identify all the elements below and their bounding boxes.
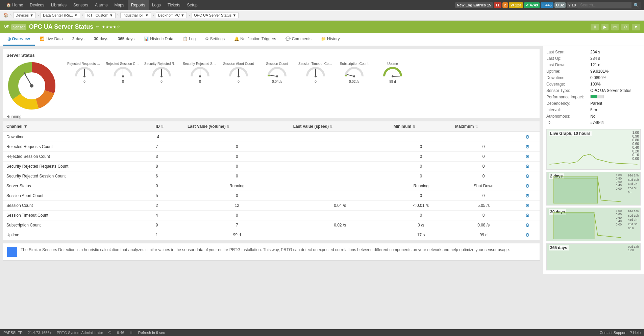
nav-alarms[interactable]: Alarms	[92, 0, 111, 10]
live-graph[interactable]: Live Graph, 10 hours 1.000.900.800.600.4…	[546, 129, 641, 170]
breadcrumb-beckhoff[interactable]: Beckhoff IPC ▼	[156, 12, 187, 18]
more-button[interactable]: ▼	[632, 24, 640, 30]
tab-30days[interactable]: 30 days	[89, 33, 113, 46]
tab-notification-triggers[interactable]: 🔔 Notification Triggers	[229, 33, 281, 46]
nav-home[interactable]: 🏠 Home	[3, 0, 26, 10]
badge-red[interactable]: 11	[494, 2, 501, 8]
col-channel[interactable]: Channel ▼	[3, 121, 152, 132]
cell-maximum: 0	[452, 142, 515, 152]
pause-button[interactable]: ⏸	[591, 24, 599, 30]
breadcrumb-datacenter[interactable]: Data Center (Re... ▼	[41, 12, 80, 18]
chart-365days[interactable]: 365 days 92d 14h1.00	[546, 243, 641, 270]
cell-link[interactable]: ⚙	[515, 211, 540, 220]
cell-last-speed	[290, 181, 390, 191]
cell-minimum: Running	[390, 181, 452, 191]
table-row: Security Rejected Requests Count 8 0 0 0…	[3, 162, 540, 171]
info-value-downtime: 0.0899%	[590, 75, 606, 80]
cell-last-vol: 0	[184, 211, 290, 220]
cell-channel: Server Status	[3, 181, 152, 191]
gauge-session-count: Session Count 0.04 /s	[258, 61, 296, 85]
nav-devices[interactable]: Devices	[26, 0, 48, 10]
gauge-label-sac: Session Abort Count	[221, 62, 256, 66]
row-link-icon[interactable]: ⚙	[525, 134, 530, 140]
badge-yellow[interactable]: W 123	[509, 2, 523, 8]
col-id[interactable]: ID ⇅	[152, 121, 184, 132]
nav-reports[interactable]: Reports	[128, 0, 149, 10]
cell-channel: Subscription Count	[3, 220, 152, 230]
badge-blue[interactable]: II 446	[541, 2, 553, 8]
tab-2days[interactable]: 2 days	[68, 33, 89, 46]
chart-30days[interactable]: 30 days 92d 14h69d 10h46d 7h23d 3h0d h 1…	[546, 208, 641, 241]
col-maximum[interactable]: Maximum ⇅	[452, 121, 515, 132]
search-input[interactable]	[577, 2, 631, 8]
cell-id: 1	[152, 230, 184, 240]
row-link-icon[interactable]: ⚙	[525, 203, 530, 208]
cell-link[interactable]: ⚙	[515, 162, 540, 171]
cell-link[interactable]: ⚙	[515, 201, 540, 211]
sensor-edit-icon[interactable]: ✏	[96, 25, 99, 29]
row-link-icon[interactable]: ⚙	[525, 154, 530, 159]
tab-overview[interactable]: ◎ Overview	[3, 33, 35, 46]
resume-button[interactable]: ▶	[601, 24, 609, 30]
col-minimum[interactable]: Minimum ⇅	[390, 121, 452, 132]
cell-link[interactable]: ⚙	[515, 181, 540, 191]
info-value-uptime: 99.9101%	[590, 69, 609, 74]
badge-gray-u[interactable]: U 32	[554, 2, 566, 8]
nav-sensors[interactable]: Sensors	[70, 0, 92, 10]
server-status-title: Server Status	[6, 53, 536, 58]
chart-2days[interactable]: 2 days 92d 14h69d 10h46d 7h23d 3h0h 1.00…	[546, 172, 641, 206]
row-link-icon[interactable]: ⚙	[525, 173, 530, 179]
nav-libraries[interactable]: Libraries	[48, 0, 70, 10]
row-link-icon[interactable]: ⚙	[525, 193, 530, 198]
nav-maps[interactable]: Maps	[111, 0, 127, 10]
info-label-last-up: Last Up:	[546, 56, 590, 61]
row-link-icon[interactable]: ⚙	[525, 164, 530, 169]
breadcrumb-opcua[interactable]: OPC UA Server Status ▼	[192, 12, 239, 18]
cell-link[interactable]: ⚙	[515, 191, 540, 201]
tab-live-data[interactable]: 📶 Live Data	[35, 33, 68, 46]
breadcrumb-industrial[interactable]: Industrial IoT ▼	[120, 12, 151, 18]
search-button[interactable]: 🔍	[631, 2, 641, 9]
row-link-icon[interactable]: ⚙	[525, 213, 530, 218]
cell-last-vol: 7	[184, 220, 290, 230]
cell-link[interactable]: ⚙	[515, 152, 540, 162]
badge-dark-q[interactable]: ? 18	[567, 2, 577, 8]
cell-minimum: < 0.01 /s	[390, 201, 452, 211]
cell-link[interactable]: ⚙	[515, 220, 540, 230]
cell-last-vol: Running	[184, 181, 290, 191]
cell-minimum: 17 s	[390, 230, 452, 240]
cell-last-speed	[290, 162, 390, 171]
badge-log-entries[interactable]: New Log Entries 15	[455, 2, 493, 8]
tab-historic-data[interactable]: 📊 Historic Data	[139, 33, 178, 46]
cell-link[interactable]: ⚙	[515, 171, 540, 181]
tab-history[interactable]: 📁 History	[316, 33, 345, 46]
tab-comments[interactable]: 💬 Comments	[281, 33, 316, 46]
row-link-icon[interactable]: ⚙	[525, 232, 530, 238]
nav-tickets[interactable]: Tickets	[164, 0, 184, 10]
badge-orange[interactable]: 2	[502, 2, 508, 8]
tab-365days[interactable]: 365 days	[113, 33, 139, 46]
nav-logs[interactable]: Logs	[149, 0, 164, 10]
settings-button[interactable]: ⚙	[621, 24, 629, 30]
row-link-icon[interactable]: ⚙	[525, 144, 530, 149]
cell-minimum	[390, 132, 452, 142]
col-last-vol[interactable]: Last Value (volume) ⇅	[184, 121, 290, 132]
email-button[interactable]: ✉	[611, 24, 619, 30]
breadcrumb-devices[interactable]: Devices ▼	[13, 12, 36, 18]
cell-link[interactable]: ⚙	[515, 132, 540, 142]
info-last-scan: Last Scan: 234 s	[546, 50, 641, 54]
breadcrumb-iot[interactable]: IoT | Custom ▼	[85, 12, 115, 18]
cell-link[interactable]: ⚙	[515, 142, 540, 152]
sensor-stars[interactable]: ★★★★☆	[102, 25, 120, 29]
nav-setup[interactable]: Setup	[183, 0, 201, 10]
cell-maximum: Shut Down	[452, 181, 515, 191]
svg-point-18	[276, 75, 278, 77]
tab-settings[interactable]: ⚙ Settings	[200, 33, 229, 46]
col-last-speed[interactable]: Last Value (speed) ⇅	[290, 121, 390, 132]
badge-green[interactable]: ✔ 4749	[524, 2, 540, 8]
cell-link[interactable]: ⚙	[515, 230, 540, 240]
row-link-icon[interactable]: ⚙	[525, 222, 530, 228]
row-link-icon[interactable]: ⚙	[525, 183, 530, 189]
tab-log[interactable]: 📋 Log	[178, 33, 200, 46]
info-value-sensor-type: OPC UA Server Status	[590, 88, 631, 93]
